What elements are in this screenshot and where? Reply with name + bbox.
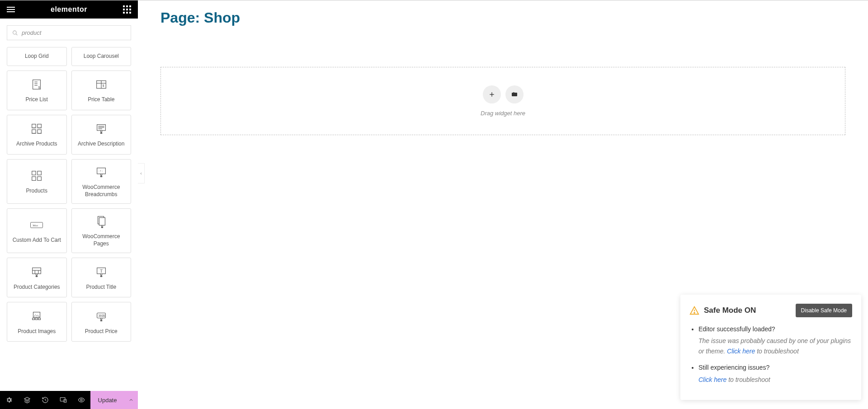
update-button[interactable]: Update xyxy=(90,391,124,409)
widget-label: Archive Description xyxy=(78,141,124,148)
svg-text:Woo: Woo xyxy=(33,224,38,227)
svg-text:$: $ xyxy=(103,84,104,87)
product-images-icon xyxy=(29,309,44,324)
svg-point-52 xyxy=(101,320,102,321)
product-categories-icon xyxy=(29,265,44,279)
svg-rect-24 xyxy=(38,177,41,180)
svg-rect-21 xyxy=(32,171,36,174)
menu-icon[interactable] xyxy=(7,7,15,12)
widget-label: Custom Add To Cart xyxy=(13,237,61,244)
add-template-button[interactable] xyxy=(505,85,524,103)
svg-rect-48 xyxy=(38,318,41,320)
price-list-icon: $ xyxy=(29,77,44,92)
widget-custom-add-to-cart[interactable]: WooCustom Add To Cart xyxy=(7,208,67,253)
widget-woocommerce-breadcrumbs[interactable]: - > -WooCommerce Breadcrumbs xyxy=(71,159,132,204)
svg-point-40 xyxy=(37,276,38,277)
settings-icon[interactable] xyxy=(0,391,18,409)
notice-question: Editor successfully loaded? xyxy=(698,325,775,333)
svg-rect-45 xyxy=(33,312,40,317)
page-title: Page: Shop xyxy=(138,0,868,35)
breadcrumbs-icon: - > - xyxy=(94,165,108,179)
svg-point-55 xyxy=(80,399,82,401)
logo: elementor xyxy=(51,5,87,14)
svg-point-0 xyxy=(13,31,17,34)
products-icon xyxy=(29,169,44,183)
archive-products-icon xyxy=(29,122,44,136)
svg-rect-12 xyxy=(38,124,41,128)
disable-safe-mode-button[interactable]: Disable Safe Mode xyxy=(796,304,852,317)
svg-point-59 xyxy=(694,312,695,313)
widget-label: Archive Products xyxy=(16,141,57,148)
widget-list[interactable]: Loop GridLoop Carousel$Price List$Price … xyxy=(0,47,138,391)
troubleshoot-link[interactable]: Click here xyxy=(727,348,755,355)
svg-rect-47 xyxy=(35,318,38,320)
svg-rect-46 xyxy=(33,318,35,320)
widget-product-price[interactable]: 360$Product Price xyxy=(71,302,132,342)
editor-canvas: Page: Shop Drag widget here Safe Mode ON xyxy=(138,0,868,409)
widget-label: WooCommerce Breadcrumbs xyxy=(75,184,127,198)
notice-question: Still experiencing issues? xyxy=(698,364,769,371)
notice-sub: The issue was probably caused by one of … xyxy=(698,336,852,356)
preview-icon[interactable] xyxy=(72,391,90,409)
add-section-button[interactable] xyxy=(483,85,501,103)
svg-rect-13 xyxy=(32,130,36,133)
drop-area[interactable]: Drag widget here xyxy=(160,67,845,135)
widget-woocommerce-pages[interactable]: WooCommerce Pages xyxy=(71,208,132,253)
troubleshoot-link[interactable]: Click here xyxy=(698,376,726,383)
svg-rect-35 xyxy=(33,268,41,273)
search-input[interactable] xyxy=(7,25,131,40)
widget-product-title[interactable]: TProduct Title xyxy=(71,258,132,297)
svg-rect-23 xyxy=(32,177,36,180)
svg-rect-22 xyxy=(38,171,41,174)
widget-price-table[interactable]: $Price Table xyxy=(71,71,132,110)
widget-product-categories[interactable]: Product Categories xyxy=(7,258,67,297)
widget-archive-description[interactable]: Archive Description xyxy=(71,115,132,155)
sidebar-header: elementor xyxy=(0,0,138,19)
notice-item: Editor successfully loaded?The issue was… xyxy=(698,324,852,356)
widget-label: Price Table xyxy=(88,96,114,103)
svg-text:360$: 360$ xyxy=(98,314,105,317)
svg-rect-11 xyxy=(32,124,36,128)
elementor-sidebar: elementor Loop GridLoop Carousel$Price L… xyxy=(0,0,138,409)
svg-line-1 xyxy=(16,33,17,35)
search-icon xyxy=(12,30,18,36)
svg-point-34 xyxy=(102,227,103,228)
widget-label: Loop Carousel xyxy=(84,53,119,60)
widget-label: Product Categories xyxy=(14,284,60,291)
svg-point-28 xyxy=(101,176,102,177)
responsive-icon[interactable] xyxy=(54,391,72,409)
notice-title: Safe Mode ON xyxy=(704,306,756,315)
drop-hint: Drag widget here xyxy=(481,110,525,117)
svg-text:T: T xyxy=(100,269,103,273)
widget-label: Products xyxy=(26,188,47,195)
safe-mode-notice: Safe Mode ON Disable Safe Mode Editor su… xyxy=(680,295,861,400)
widget-label: Loop Grid xyxy=(25,53,49,60)
svg-text:$: $ xyxy=(38,86,40,89)
history-icon[interactable] xyxy=(36,391,54,409)
svg-rect-14 xyxy=(38,130,41,133)
collapse-sidebar-button[interactable] xyxy=(138,163,145,183)
product-price-icon: 360$ xyxy=(94,309,108,324)
product-title-icon: T xyxy=(94,265,108,279)
widget-archive-products[interactable]: Archive Products xyxy=(7,115,67,155)
widget-loop-carousel[interactable]: Loop Carousel xyxy=(71,47,132,66)
widget-loop-grid[interactable]: Loop Grid xyxy=(7,47,67,66)
warning-icon xyxy=(689,306,699,315)
svg-point-44 xyxy=(101,276,102,277)
svg-point-33 xyxy=(101,227,102,228)
wc-pages-icon xyxy=(94,214,108,229)
widget-product-images[interactable]: Product Images xyxy=(7,302,67,342)
widget-label: Product Price xyxy=(85,328,118,335)
widget-label: Product Title xyxy=(86,284,116,291)
widget-products[interactable]: Products xyxy=(7,159,67,204)
widget-label: Product Images xyxy=(18,328,56,335)
update-options-button[interactable] xyxy=(124,391,138,409)
svg-text:- > -: - > - xyxy=(98,169,103,172)
svg-rect-32 xyxy=(99,218,105,226)
widget-price-list[interactable]: $Price List xyxy=(7,71,67,110)
navigator-icon[interactable] xyxy=(18,391,36,409)
add-to-cart-icon: Woo xyxy=(29,218,44,232)
apps-grid-icon[interactable] xyxy=(123,5,131,14)
widget-label: WooCommerce Pages xyxy=(75,233,127,247)
price-table-icon: $ xyxy=(94,77,108,92)
